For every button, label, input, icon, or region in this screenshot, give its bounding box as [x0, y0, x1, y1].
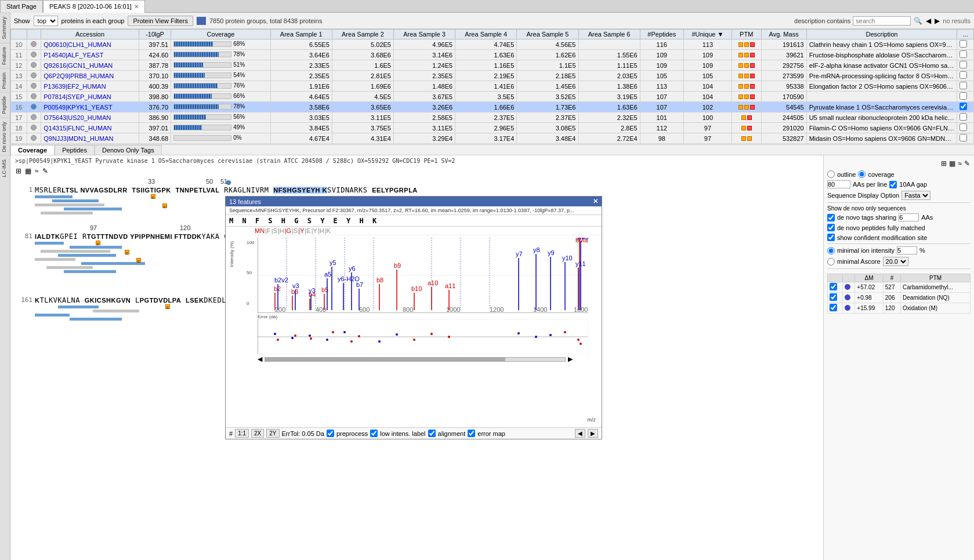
- col-header-area2[interactable]: Area Sample 2: [332, 30, 393, 39]
- col-header-score[interactable]: -10lgP: [139, 30, 171, 39]
- svg-text:y7: y7: [516, 250, 523, 257]
- seq-display-select[interactable]: Fasta: [901, 191, 930, 200]
- tab-close-icon[interactable]: ✕: [134, 3, 139, 10]
- table-row[interactable]: 13 Q6P2Q9|PRB8_HUMAN 370.10 54% 2.35E5 2…: [11, 71, 974, 81]
- col-header-accession[interactable]: Accession: [41, 30, 139, 39]
- rp-icon-pen[interactable]: ✎: [964, 159, 971, 168]
- row-accession[interactable]: O75643|US20_HUMAN: [41, 112, 139, 123]
- col-header-area3[interactable]: Area Sample 3: [393, 30, 455, 39]
- row-check[interactable]: [957, 60, 974, 71]
- table-row[interactable]: 10 Q00610|CLH1_HUMAN 397.51 68% 6.55E5 5…: [11, 39, 974, 50]
- top-select[interactable]: top: [34, 16, 58, 26]
- minimal-ascore-label: minimal Ascore: [837, 258, 881, 265]
- search-button[interactable]: 🔍: [913, 16, 923, 26]
- table-row[interactable]: 18 Q14315|FLNC_HUMAN 397.01 49% 3.84E5 3…: [11, 123, 974, 133]
- scrollbar[interactable]: [265, 357, 566, 362]
- scroll-right[interactable]: ▶: [568, 355, 573, 363]
- msms-prev-btn[interactable]: ◀: [575, 429, 585, 438]
- min-ascore-radio[interactable]: [827, 258, 835, 266]
- row-accession[interactable]: P14540|ALF_YEAST: [41, 50, 139, 60]
- row-accession[interactable]: P00549|KPYK1_YEAST: [41, 102, 139, 112]
- alignment-checkbox[interactable]: [428, 430, 436, 437]
- col-header-coverage[interactable]: Coverage: [171, 30, 270, 39]
- row-check[interactable]: [957, 50, 974, 60]
- protein-view-filters-button[interactable]: Protein View Filters: [128, 16, 193, 26]
- low-intens-checkbox[interactable]: [370, 430, 378, 437]
- row-accession[interactable]: Q14315|FLNC_HUMAN: [41, 123, 139, 133]
- col-header-area4[interactable]: Area Sample 4: [455, 30, 517, 39]
- rp-icon-wave[interactable]: ≈: [957, 159, 962, 168]
- row-area4: 3.17E4: [455, 133, 517, 144]
- fully-matched-checkbox[interactable]: [827, 224, 835, 231]
- col-header-ptm[interactable]: PTM: [732, 30, 761, 39]
- error-map-checkbox[interactable]: [468, 430, 475, 437]
- sidebar-summary[interactable]: Summary: [0, 13, 10, 43]
- confident-mod-checkbox[interactable]: [827, 234, 835, 241]
- tab-peptides[interactable]: Peptides: [55, 145, 95, 155]
- seq-icon-bars[interactable]: ▦: [24, 166, 32, 176]
- col-header-unique[interactable]: #Unique ▼: [683, 30, 732, 39]
- col-header-area5[interactable]: Area Sample 5: [517, 30, 578, 39]
- row-peptides: 98: [640, 133, 683, 144]
- col-header-peptides[interactable]: #Peptides: [640, 30, 683, 39]
- row-accession[interactable]: Q00610|CLH1_HUMAN: [41, 39, 139, 50]
- sidebar-feature[interactable]: Feature: [0, 43, 10, 68]
- row-check[interactable]: [957, 123, 974, 133]
- tab-start-page[interactable]: Start Page: [0, 0, 43, 13]
- table-row[interactable]: 12 Q92616|GCN1_HUMAN 387.78 51% 2.33E5 1…: [11, 60, 974, 71]
- sidebar-denovo[interactable]: De novo only: [0, 118, 10, 156]
- msms-2y-btn[interactable]: 2Y: [266, 429, 279, 438]
- rp-icon-bars[interactable]: ▦: [948, 159, 956, 168]
- row-accession[interactable]: Q6P2Q9|PRB8_HUMAN: [41, 71, 139, 81]
- row-accession[interactable]: P13639|EF2_HUMAN: [41, 81, 139, 92]
- col-header-area1[interactable]: Area Sample 1: [270, 30, 332, 39]
- col-header-desc[interactable]: Description: [806, 30, 957, 39]
- aa-gap-checkbox[interactable]: [889, 181, 897, 188]
- table-row[interactable]: 15 P07814|SYEP_HUMAN 398.80 66% 4.64E5 4…: [11, 92, 974, 102]
- de-novo-tags-checkbox[interactable]: [827, 214, 835, 221]
- msms-2x-btn[interactable]: 2X: [251, 429, 264, 438]
- seq-icon-grid[interactable]: ⊞: [15, 166, 22, 176]
- search-input[interactable]: [853, 16, 911, 26]
- row-check[interactable]: [957, 71, 974, 81]
- aas-per-line-input[interactable]: [827, 180, 850, 188]
- table-row[interactable]: 14 P13639|EF2_HUMAN 400.39 76% 1.91E6 1.…: [11, 81, 974, 92]
- min-ion-radio[interactable]: [827, 247, 835, 254]
- row-check[interactable]: [957, 92, 974, 102]
- scroll-left[interactable]: ◀: [258, 355, 262, 363]
- outline-radio[interactable]: [827, 170, 835, 178]
- msms-close-button[interactable]: ✕: [593, 198, 598, 205]
- sidebar-lc-ims[interactable]: LC-IMS: [0, 155, 10, 181]
- tab-coverage[interactable]: Coverage: [10, 145, 55, 155]
- rp-icon-grid[interactable]: ⊞: [940, 159, 947, 168]
- row-accession[interactable]: P07814|SYEP_HUMAN: [41, 92, 139, 102]
- row-check[interactable]: [957, 39, 974, 50]
- row-check[interactable]: [957, 81, 974, 92]
- row-accession[interactable]: Q9NJJ3|MDN1_HUMAN: [41, 133, 139, 144]
- preprocess-checkbox[interactable]: [327, 430, 334, 437]
- col-header-area6[interactable]: Area Sample 6: [578, 30, 640, 39]
- row-accession[interactable]: Q92616|GCN1_HUMAN: [41, 60, 139, 71]
- table-row[interactable]: 17 O75643|US20_HUMAN 386.90 56% 3.03E5 3…: [11, 112, 974, 123]
- col-header-mass[interactable]: Avg. Mass: [761, 30, 806, 39]
- filter-prev-button[interactable]: ◀: [925, 16, 932, 26]
- table-row[interactable]: 11 P14540|ALF_YEAST 424.60 78% 3.64E6 3.…: [11, 50, 974, 60]
- seq-icon-pen[interactable]: ✎: [42, 166, 49, 176]
- msms-next-btn[interactable]: ▶: [588, 429, 598, 438]
- row-check[interactable]: [957, 102, 974, 112]
- row-check[interactable]: [957, 112, 974, 123]
- de-novo-tags-value[interactable]: [899, 213, 919, 221]
- msms-1-1-btn[interactable]: 1:1: [235, 429, 249, 438]
- tab-peaks8[interactable]: PEAKS 8 [2020-10-06 16:01] ✕: [43, 0, 145, 13]
- table-row[interactable]: 19 Q9NJJ3|MDN1_HUMAN 348.68 0% 4.67E4 4.…: [11, 133, 974, 144]
- row-check[interactable]: [957, 133, 974, 144]
- filter-next-button[interactable]: ▶: [934, 16, 940, 26]
- sidebar-protein[interactable]: Protein: [0, 68, 10, 93]
- minimal-ascore-select[interactable]: 20.0: [883, 257, 908, 266]
- tab-denovo[interactable]: Denovo Only Tags: [95, 145, 162, 155]
- minimal-ion-value[interactable]: [897, 246, 917, 254]
- seq-icon-wave[interactable]: ≈: [34, 166, 39, 176]
- sidebar-peptide[interactable]: Peptide: [0, 92, 10, 118]
- coverage-radio[interactable]: [858, 170, 866, 178]
- table-row[interactable]: 16 P00549|KPYK1_YEAST 376.70 78% 3.58E6 …: [11, 102, 974, 112]
